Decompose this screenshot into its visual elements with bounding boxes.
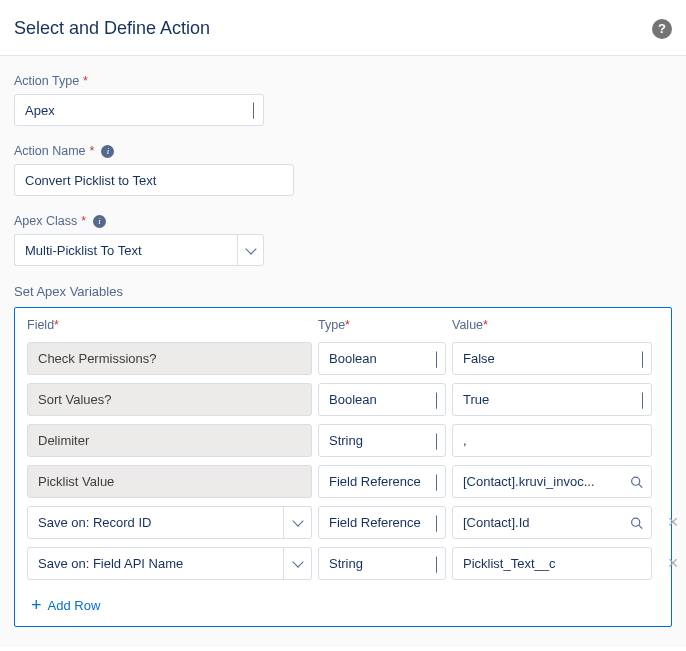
field-readonly: Delimiter — [27, 424, 312, 457]
variables-panel: Field* Type* Value* Check Permissions?Bo… — [14, 307, 672, 627]
search-icon — [630, 475, 643, 488]
chevron-down-icon — [436, 556, 437, 571]
chevron-down-icon — [642, 351, 643, 366]
svg-line-3 — [639, 525, 642, 528]
chevron-down-icon — [436, 433, 437, 448]
field-readonly: Check Permissions? — [27, 342, 312, 375]
remove-row-button[interactable]: × — [658, 512, 686, 533]
value-input[interactable]: Picklist_Text__c — [452, 547, 652, 580]
col-field-label: Field* — [27, 318, 312, 332]
action-type-group: Action Type* Apex — [14, 74, 672, 126]
type-select[interactable]: Field Reference — [318, 465, 446, 498]
field-readonly: Sort Values? — [27, 383, 312, 416]
type-select[interactable]: Boolean — [318, 342, 446, 375]
variables-section-title: Set Apex Variables — [14, 284, 672, 299]
field-select[interactable]: Save on: Field API Name — [27, 547, 312, 580]
type-select[interactable]: Boolean — [318, 383, 446, 416]
col-type-label: Type* — [318, 318, 446, 332]
page-title: Select and Define Action — [14, 18, 210, 39]
value-select[interactable]: False — [452, 342, 652, 375]
svg-line-1 — [639, 484, 642, 487]
action-name-label: Action Name* i — [14, 144, 672, 158]
plus-icon: + — [31, 596, 42, 614]
variable-row: Check Permissions?BooleanFalse — [15, 342, 671, 375]
info-icon[interactable]: i — [101, 145, 114, 158]
info-icon[interactable]: i — [93, 215, 106, 228]
action-type-label: Action Type* — [14, 74, 672, 88]
field-readonly: Picklist Value — [27, 465, 312, 498]
apex-class-dropdown-button[interactable] — [237, 234, 264, 266]
modal-header: Select and Define Action ? — [0, 0, 686, 56]
chevron-down-icon — [642, 392, 643, 407]
variable-row: Picklist ValueField Reference[Contact].k… — [15, 465, 671, 498]
svg-point-2 — [632, 518, 640, 526]
action-name-input[interactable]: Convert Picklist to Text — [14, 164, 294, 196]
action-name-group: Action Name* i Convert Picklist to Text — [14, 144, 672, 196]
type-select[interactable]: Field Reference — [318, 506, 446, 539]
variable-row: DelimiterString, — [15, 424, 671, 457]
required-indicator: * — [90, 144, 95, 158]
add-row-button[interactable]: + Add Row — [15, 588, 671, 616]
chevron-down-icon — [436, 392, 437, 407]
help-icon[interactable]: ? — [652, 19, 672, 39]
apex-class-group: Apex Class* i Multi-Picklist To Text — [14, 214, 672, 266]
chevron-down-icon — [436, 474, 437, 489]
value-input[interactable]: , — [452, 424, 652, 457]
svg-point-0 — [632, 477, 640, 485]
search-icon — [630, 516, 643, 529]
value-lookup[interactable]: [Contact].Id — [452, 506, 652, 539]
variable-row: Save on: Field API NameStringPicklist_Te… — [15, 547, 671, 580]
value-select[interactable]: True — [452, 383, 652, 416]
type-select[interactable]: String — [318, 547, 446, 580]
variable-row: Save on: Record IDField Reference[Contac… — [15, 506, 671, 539]
variable-row: Sort Values?BooleanTrue — [15, 383, 671, 416]
chevron-down-icon — [436, 351, 437, 366]
col-value-label: Value* — [452, 318, 652, 332]
required-indicator: * — [83, 74, 88, 88]
apex-class-select[interactable]: Multi-Picklist To Text — [14, 234, 264, 266]
type-select[interactable]: String — [318, 424, 446, 457]
chevron-down-icon — [245, 243, 256, 254]
form-body: Action Type* Apex Action Name* i Convert… — [0, 56, 686, 647]
remove-row-button[interactable]: × — [658, 553, 686, 574]
value-lookup[interactable]: [Contact].kruvi_invoc... — [452, 465, 652, 498]
field-select[interactable]: Save on: Record ID — [27, 506, 312, 539]
chevron-down-icon — [283, 548, 311, 579]
variables-header: Field* Type* Value* — [15, 318, 671, 332]
chevron-down-icon — [436, 515, 437, 530]
action-type-select[interactable]: Apex — [14, 94, 264, 126]
required-indicator: * — [81, 214, 86, 228]
apex-class-label: Apex Class* i — [14, 214, 672, 228]
chevron-down-icon — [283, 507, 311, 538]
